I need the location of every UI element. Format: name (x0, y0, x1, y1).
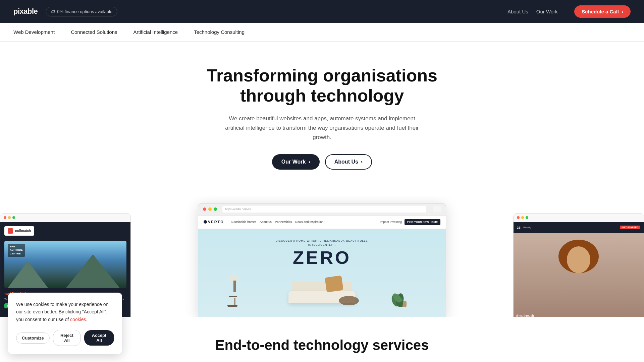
browser-right-bg: 2S Ready GET STARTED time, throughual le… (513, 213, 644, 317)
verto-nav-partnerships: Partnerships (275, 220, 292, 224)
subnav-item-ai[interactable]: Artificial Intelligence (133, 29, 178, 35)
dot-yellow-right (521, 216, 524, 219)
browser-bar-left-bg (0, 214, 130, 222)
person-photo-area: time, throughual learning. (514, 233, 644, 317)
verto-discover-text: DISCOVER A HOME WHICH IS REMARKABLY, BEA… (268, 239, 376, 247)
dot-red-left (4, 216, 6, 219)
chevron-icon-2: › (361, 159, 363, 165)
cookie-buttons: Customize Reject All Accept All (16, 330, 114, 346)
hero-buttons: Our Work › About Us › (184, 154, 460, 170)
lamp-element (232, 275, 237, 307)
address-bar: https://verto.homes (222, 206, 426, 213)
plant-element (397, 301, 409, 307)
dot-red-right (517, 216, 520, 219)
altitude-label: THEALTITUDECENTRE (8, 244, 25, 257)
url-text: https://verto.homes (225, 207, 251, 211)
navbar: pixable 🏷 0% finance options available A… (0, 0, 644, 23)
verto-hero-inner: DISCOVER A HOME WHICH IS REMARKABLY, BEA… (205, 236, 439, 310)
verto-find-btn: FIND YOUR NEW HOME (405, 219, 440, 225)
cookie-link[interactable]: cookies. (70, 317, 87, 322)
verto-content: VERTO Sustainable homes About us Partner… (198, 216, 446, 317)
subnav-item-web-dev[interactable]: Web Development (13, 29, 55, 35)
person-face (567, 246, 590, 273)
browser-top-bar: https://verto.homes (198, 203, 446, 216)
arrow-icon: › (622, 9, 623, 14)
right-overlay-text: time, throughual learning. (516, 314, 641, 317)
dot-green-right (526, 216, 528, 219)
main-dot-green (214, 207, 217, 211)
right-brand-text: 2S (517, 226, 521, 229)
nav-our-work[interactable]: Our Work (536, 9, 558, 14)
mountain-bg (66, 254, 120, 288)
verto-nav-sustainable: Sustainable homes (231, 220, 257, 224)
reject-all-button[interactable]: Reject All (53, 330, 81, 346)
schedule-button[interactable]: Schedule a Call › (574, 5, 631, 18)
sofa-area (275, 273, 369, 310)
verto-impact: Impact Investing (380, 220, 402, 224)
plant-leaves-group (392, 287, 409, 307)
main-dot-red (203, 207, 206, 211)
chevron-icon: › (308, 159, 310, 165)
cookie-text: We use cookies to make your experience o… (16, 301, 114, 323)
browser-menu-btn (433, 206, 441, 212)
right-bg-content-inner: 2S Ready GET STARTED time, throughual le… (514, 222, 644, 317)
verto-logo-group: VERTO (204, 220, 224, 224)
about-us-button[interactable]: About Us › (325, 154, 372, 170)
right-nav-text: Ready (523, 226, 531, 229)
finance-badge: 🏷 0% finance options available (46, 7, 117, 16)
nav-about-us[interactable]: About Us (507, 9, 528, 14)
subnav-item-tech-consulting[interactable]: Technology Consulting (194, 29, 245, 35)
subnav-item-connected[interactable]: Connected Solutions (71, 29, 117, 35)
nav-divider (566, 7, 567, 16)
nullmatch-logo-area: nullmatch (4, 226, 34, 236)
browser-main: https://verto.homes VERTO Sustainable ho… (198, 203, 446, 317)
verto-nav-links: Sustainable homes About us Partnerships … (231, 220, 324, 224)
verto-nav-news: News and Inspiration (295, 220, 323, 224)
sofa-cushion (325, 275, 343, 292)
altitude-image: THEALTITUDECENTRE (4, 241, 126, 288)
accept-all-button[interactable]: Accept All (84, 330, 114, 346)
verto-nav-about: About us (260, 220, 272, 224)
verto-zero-text: ZERO (268, 248, 376, 266)
right-top-bar: 2S Ready GET STARTED (514, 222, 644, 233)
our-work-button[interactable]: Our Work › (272, 154, 320, 170)
mountain-fg (8, 261, 48, 288)
verto-text-area: DISCOVER A HOME WHICH IS REMARKABLY, BEA… (268, 239, 376, 266)
verto-logo-text: VERTO (208, 220, 224, 224)
nullmatch-text: nullmatch (15, 229, 31, 233)
main-dot-yellow (208, 207, 212, 211)
hero-subtext: We create beautiful websites and apps, a… (221, 114, 423, 142)
subnav: Web Development Connected Solutions Arti… (0, 23, 644, 42)
navbar-left: pixable 🏷 0% finance options available (13, 7, 117, 16)
cookie-banner: We use cookies to make your experience o… (8, 293, 122, 354)
hero-heading: Transforming organisations through techn… (184, 66, 460, 106)
navbar-right: About Us Our Work Schedule a Call › (507, 5, 631, 18)
verto-hero-content: DISCOVER A HOME WHICH IS REMARKABLY, BEA… (198, 229, 446, 317)
dot-green-left (12, 216, 15, 219)
dot-yellow-left (8, 216, 11, 219)
right-cta-btn: GET STARTED (620, 226, 640, 229)
verto-logo-icon (204, 220, 207, 224)
right-overlay-content: time, throughual learning. (516, 314, 641, 317)
customize-button[interactable]: Customize (16, 333, 50, 344)
finance-icon: 🏷 (51, 9, 55, 14)
browser-bar-right-bg (514, 214, 644, 222)
verto-navbar: VERTO Sustainable homes About us Partner… (198, 216, 446, 229)
coffee-table (339, 296, 359, 305)
nullmatch-icon (8, 228, 13, 234)
hero-section: Transforming organisations through techn… (171, 42, 473, 183)
verto-nav-right: Impact Investing FIND YOUR NEW HOME (380, 219, 441, 225)
logo[interactable]: pixable (13, 7, 38, 16)
